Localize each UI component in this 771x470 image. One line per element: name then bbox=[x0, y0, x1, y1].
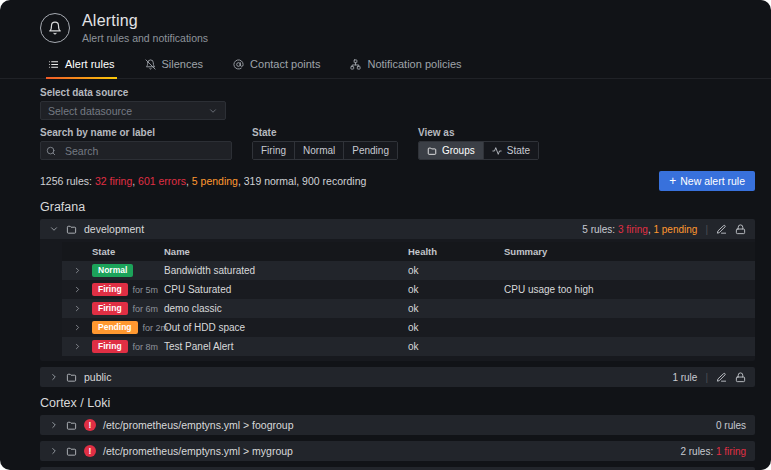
page-subtitle: Alert rules and notifications bbox=[82, 32, 208, 44]
datasource-label: Select data source bbox=[40, 87, 755, 98]
group-stats: 1 rule bbox=[672, 372, 697, 383]
group-meta: 1 rule | bbox=[672, 372, 746, 383]
table-row[interactable]: Normal Bandwidth saturated ok bbox=[62, 261, 755, 280]
chevron-right-icon[interactable] bbox=[49, 446, 59, 456]
pencil-icon[interactable] bbox=[716, 224, 727, 235]
chevron-right-icon[interactable] bbox=[62, 285, 92, 294]
chevron-right-icon[interactable] bbox=[62, 342, 92, 351]
view-option-label: Groups bbox=[442, 145, 475, 156]
rule-group-development: development 5 rules: 3 firing, 1 pending… bbox=[40, 219, 755, 361]
chevron-right-icon[interactable] bbox=[49, 372, 59, 382]
bell-slash-icon bbox=[145, 59, 156, 70]
summary-suffix: , 319 normal, 900 recording bbox=[238, 175, 366, 187]
rule-health: ok bbox=[408, 341, 504, 352]
page-title: Alerting bbox=[82, 12, 208, 30]
state-badge: Pending bbox=[92, 321, 138, 334]
rule-name: Test Panel Alert bbox=[164, 341, 408, 352]
filter-panel: Select data source Select datasource Sea… bbox=[0, 79, 771, 160]
folder-icon bbox=[427, 146, 437, 156]
view-option-state[interactable]: State bbox=[484, 142, 538, 159]
search-input[interactable] bbox=[40, 141, 232, 160]
state-duration: for 5m bbox=[133, 285, 159, 295]
rule-name: demo classic bbox=[164, 303, 408, 314]
summary-errors: 601 errors bbox=[138, 175, 186, 187]
divider: | bbox=[705, 224, 708, 235]
folder-icon bbox=[66, 420, 77, 431]
group-stats: 2 rules: 1 firing bbox=[680, 446, 746, 457]
tab-bar: Alert rules Silences Contact points Noti… bbox=[0, 48, 771, 79]
tab-label: Silences bbox=[162, 58, 204, 70]
state-badge: Firing bbox=[92, 340, 128, 353]
search-icon bbox=[46, 146, 56, 156]
group-body: State Name Health Summary Normal Bandwid… bbox=[40, 239, 755, 361]
new-alert-rule-button[interactable]: + New alert rule bbox=[659, 171, 755, 191]
rule-name: Out of HDD space bbox=[164, 322, 408, 333]
state-badge: Firing bbox=[92, 283, 128, 296]
state-option-pending[interactable]: Pending bbox=[344, 142, 397, 159]
summary-firing: 32 firing bbox=[95, 175, 132, 187]
table-row[interactable]: Firingfor 5m CPU Saturated ok CPU usage … bbox=[62, 280, 755, 299]
folder-icon bbox=[66, 372, 77, 383]
group-header-mygroup[interactable]: ! /etc/prometheus/emptyns.yml > mygroup … bbox=[40, 441, 755, 461]
rule-health: ok bbox=[408, 284, 504, 295]
rule-summary: CPU usage too high bbox=[504, 284, 755, 295]
col-health: Health bbox=[408, 246, 504, 257]
view-as-label: View as bbox=[418, 127, 539, 138]
group-name: development bbox=[84, 223, 144, 235]
state-filter-group: Firing Normal Pending bbox=[252, 141, 398, 160]
summary-pending: 5 pending bbox=[192, 175, 238, 187]
tab-alert-rules[interactable]: Alert rules bbox=[46, 56, 117, 78]
state-option-firing[interactable]: Firing bbox=[253, 142, 295, 159]
tab-label: Notification policies bbox=[367, 58, 461, 70]
rule-health: ok bbox=[408, 265, 504, 276]
group-name: public bbox=[84, 371, 111, 383]
chevron-right-icon[interactable] bbox=[62, 323, 92, 332]
rule-group-public: public 1 rule | bbox=[40, 367, 755, 387]
group-header-public[interactable]: public 1 rule | bbox=[40, 367, 755, 387]
view-option-label: State bbox=[507, 145, 530, 156]
rule-group-mygroup: ! /etc/prometheus/emptyns.yml > mygroup … bbox=[40, 441, 755, 461]
table-row[interactable]: Pendingfor 2m Out of HDD space ok bbox=[62, 318, 755, 337]
view-as-group: Groups State bbox=[418, 141, 539, 160]
alerting-page: Alerting Alert rules and notifications A… bbox=[0, 0, 771, 470]
rules-summary: 1256 rules: 32 firing, 601 errors, 5 pen… bbox=[40, 175, 366, 187]
tab-silences[interactable]: Silences bbox=[143, 56, 206, 78]
group-header-development[interactable]: development 5 rules: 3 firing, 1 pending… bbox=[40, 219, 755, 239]
divider: | bbox=[705, 372, 708, 383]
summary-row: 1256 rules: 32 firing, 601 errors, 5 pen… bbox=[0, 160, 771, 191]
group-name: /etc/prometheus/emptyns.yml > foogroup bbox=[103, 419, 294, 431]
state-filter: State Firing Normal Pending bbox=[252, 127, 398, 160]
tab-contact-points[interactable]: Contact points bbox=[231, 56, 322, 78]
tab-notification-policies[interactable]: Notification policies bbox=[348, 56, 463, 78]
chevron-down-icon bbox=[208, 106, 218, 116]
pencil-icon[interactable] bbox=[716, 372, 727, 383]
chevron-down-icon[interactable] bbox=[49, 224, 59, 234]
state-badge: Firing bbox=[92, 302, 128, 315]
group-header-foogroup[interactable]: ! /etc/prometheus/emptyns.yml > foogroup… bbox=[40, 415, 755, 435]
table-row[interactable]: Firingfor 8m Test Panel Alert ok bbox=[62, 337, 755, 356]
summary-prefix: 1256 rules: bbox=[40, 175, 95, 187]
view-option-groups[interactable]: Groups bbox=[419, 142, 484, 159]
view-as-filter: View as Groups State bbox=[418, 127, 539, 160]
new-alert-rule-label: New alert rule bbox=[680, 175, 745, 187]
group-meta: 5 rules: 3 firing, 1 pending | bbox=[582, 224, 746, 235]
state-option-normal[interactable]: Normal bbox=[295, 142, 344, 159]
datasource-select-value: Select datasource bbox=[48, 105, 132, 117]
table-header: State Name Health Summary bbox=[62, 242, 755, 261]
state-duration: for 6m bbox=[133, 304, 159, 314]
chevron-right-icon[interactable] bbox=[62, 304, 92, 313]
bell-icon bbox=[40, 13, 70, 43]
lock-icon[interactable] bbox=[735, 372, 746, 383]
table-row[interactable]: Firingfor 6m demo classic ok bbox=[62, 299, 755, 318]
datasource-select[interactable]: Select datasource bbox=[40, 101, 226, 120]
chevron-right-icon[interactable] bbox=[49, 420, 59, 430]
group-meta: 0 rules bbox=[716, 420, 746, 431]
tab-label: Contact points bbox=[250, 58, 320, 70]
sitemap-icon bbox=[350, 59, 361, 70]
exclamation-circle-icon: ! bbox=[84, 445, 96, 457]
chevron-right-icon[interactable] bbox=[62, 266, 92, 275]
table-body: Normal Bandwidth saturated ok Firingfor … bbox=[62, 261, 755, 356]
search-label: Search by name or label bbox=[40, 127, 232, 138]
folder-icon bbox=[66, 224, 77, 235]
lock-icon[interactable] bbox=[735, 224, 746, 235]
